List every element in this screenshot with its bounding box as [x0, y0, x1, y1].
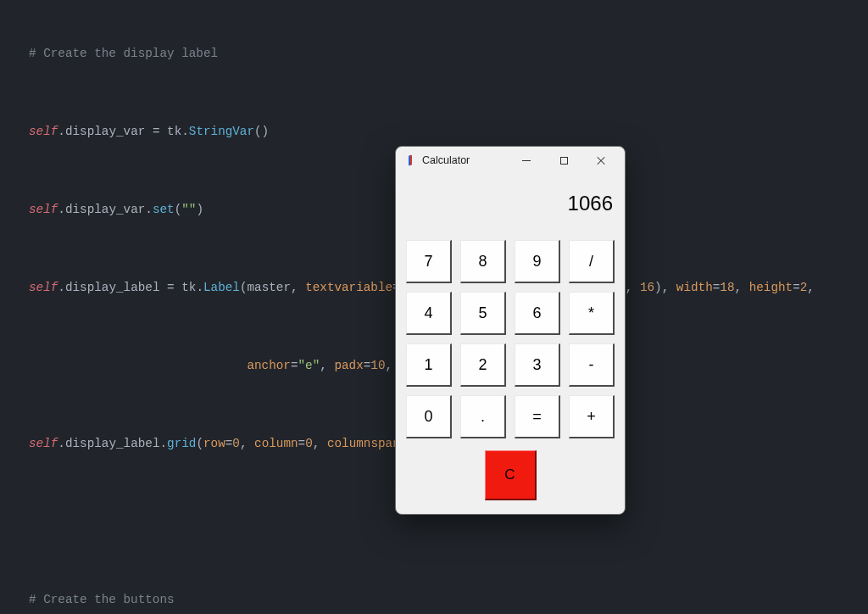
calc-display: 1066	[403, 177, 618, 230]
key-0[interactable]: 0	[406, 395, 452, 438]
key-equals[interactable]: =	[515, 395, 560, 438]
key-plus[interactable]: +	[569, 395, 615, 438]
key-9[interactable]: 9	[515, 240, 560, 283]
key-2[interactable]: 2	[460, 343, 506, 387]
code-line: self.display_var = tk.StringVar()	[29, 122, 868, 142]
key-dot[interactable]: .	[460, 395, 506, 438]
key-5[interactable]: 5	[460, 292, 506, 335]
key-1[interactable]: 1	[406, 343, 452, 387]
minimize-button[interactable]	[508, 148, 545, 173]
key-3[interactable]: 3	[515, 343, 560, 387]
key-divide[interactable]: /	[569, 240, 615, 283]
comment: # Create the display label	[29, 47, 218, 60]
calc-keypad: 7 8 9 / 4 5 6 * 1 2 3 - 0 . = +	[396, 232, 625, 450]
calculator-window: Calculator 1066 7 8 9 / 4 5 6 * 1 2 3 - …	[395, 146, 626, 515]
key-4[interactable]: 4	[406, 292, 452, 335]
key-minus[interactable]: -	[569, 343, 615, 387]
key-multiply[interactable]: *	[569, 292, 615, 335]
key-6[interactable]: 6	[515, 292, 560, 335]
tk-feather-icon	[404, 154, 416, 166]
key-8[interactable]: 8	[460, 240, 506, 283]
window-title: Calculator	[422, 154, 470, 166]
comment: # Create the buttons	[29, 593, 175, 606]
maximize-button[interactable]	[545, 148, 582, 173]
key-7[interactable]: 7	[406, 240, 452, 283]
key-clear[interactable]: C	[485, 450, 537, 500]
close-button[interactable]	[582, 148, 620, 173]
titlebar[interactable]: Calculator	[396, 147, 625, 174]
